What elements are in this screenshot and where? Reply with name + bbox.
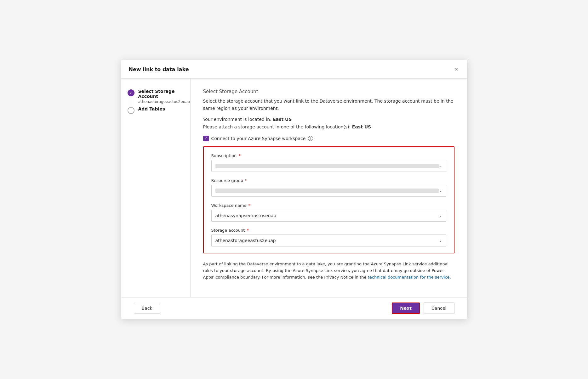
form-group-storage-account: Storage account * athenastorageeastus2eu… (211, 228, 446, 246)
attach-label: Please attach a storage account in one o… (203, 124, 351, 129)
step-add-tables[interactable]: Add Tables (128, 106, 184, 114)
form-box: Subscription * ⌄ Resource group * ⌄ (203, 146, 454, 253)
form-group-resource-group: Resource group * ⌄ (211, 178, 446, 197)
chevron-down-icon: ⌄ (439, 164, 442, 168)
chevron-down-icon-2: ⌄ (439, 189, 442, 193)
cancel-button[interactable]: Cancel (424, 303, 454, 314)
env-location-label: Your environment is located in: (203, 117, 271, 122)
subscription-label: Subscription * (211, 153, 446, 158)
synapse-checkbox-row[interactable]: Connect to your Azure Synapse workspace … (203, 136, 454, 141)
synapse-checkbox-label: Connect to your Azure Synapse workspace (211, 136, 306, 141)
storage-account-value: athenastorageeastus2euap (215, 238, 439, 243)
close-button[interactable]: × (454, 65, 460, 73)
resource-group-label: Resource group * (211, 178, 446, 183)
step-icon-inactive (128, 107, 134, 114)
synapse-checkbox[interactable] (203, 136, 209, 141)
footer-right: Next Cancel (392, 303, 454, 314)
section-title: Select Storage Account (203, 89, 454, 94)
attach-location: Please attach a storage account in one o… (203, 124, 454, 129)
dialog: New link to data lake × ✓ Select Storage… (121, 60, 467, 319)
step-subtitle: athenastorageeastus2euap (138, 99, 190, 104)
next-button[interactable]: Next (392, 303, 420, 314)
footer-left: Back (134, 303, 160, 314)
main-content: Select Storage Account Select the storag… (191, 79, 467, 297)
attach-value: East US (352, 124, 371, 129)
subscription-value (215, 164, 439, 168)
dialog-header: New link to data lake × (121, 60, 467, 79)
disclaimer: As part of linking the Dataverse environ… (203, 261, 454, 280)
dialog-title: New link to data lake (129, 66, 189, 72)
resource-group-select[interactable]: ⌄ (211, 185, 446, 197)
step-title-2: Add Tables (138, 106, 165, 111)
subscription-select[interactable]: ⌄ (211, 160, 446, 172)
disclaimer-link[interactable]: technical documentation for the service (368, 275, 450, 280)
workspace-name-select[interactable]: athenasynapseerastuseuap ⌄ (211, 210, 446, 222)
chevron-down-icon-4: ⌄ (439, 238, 442, 243)
env-location-value: East US (273, 117, 292, 122)
info-icon[interactable]: i (308, 136, 313, 141)
environment-location: Your environment is located in: East US (203, 117, 454, 122)
back-button[interactable]: Back (134, 303, 160, 314)
resource-group-value (215, 189, 439, 193)
form-group-workspace-name: Workspace name * athenasynapseerastuseua… (211, 203, 446, 222)
step-info-2: Add Tables (138, 106, 165, 111)
form-group-subscription: Subscription * ⌄ (211, 153, 446, 172)
step-title: Select Storage Account (138, 89, 190, 99)
step-icon-active: ✓ (128, 89, 134, 96)
sidebar: ✓ Select Storage Account athenastorageea… (121, 79, 191, 297)
step-info: Select Storage Account athenastorageeast… (138, 89, 190, 104)
chevron-down-icon-3: ⌄ (439, 213, 442, 218)
storage-account-select[interactable]: athenastorageeastus2euap ⌄ (211, 235, 446, 246)
workspace-name-label: Workspace name * (211, 203, 446, 208)
dialog-body: ✓ Select Storage Account athenastorageea… (121, 79, 467, 297)
storage-account-label: Storage account * (211, 228, 446, 233)
dialog-footer: Back Next Cancel (121, 297, 467, 319)
step-select-storage[interactable]: ✓ Select Storage Account athenastorageea… (128, 89, 184, 104)
section-description: Select the storage account that you want… (203, 98, 454, 112)
workspace-name-value: athenasynapseerastuseuap (215, 213, 439, 218)
